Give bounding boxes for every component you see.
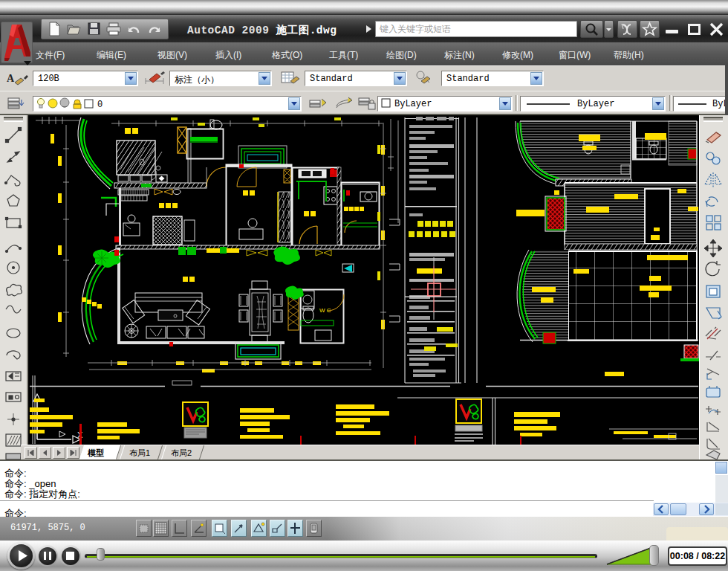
svg-text:W C: W C	[319, 307, 331, 314]
svg-text:0: 0	[97, 100, 103, 110]
svg-text:A: A	[7, 73, 15, 84]
